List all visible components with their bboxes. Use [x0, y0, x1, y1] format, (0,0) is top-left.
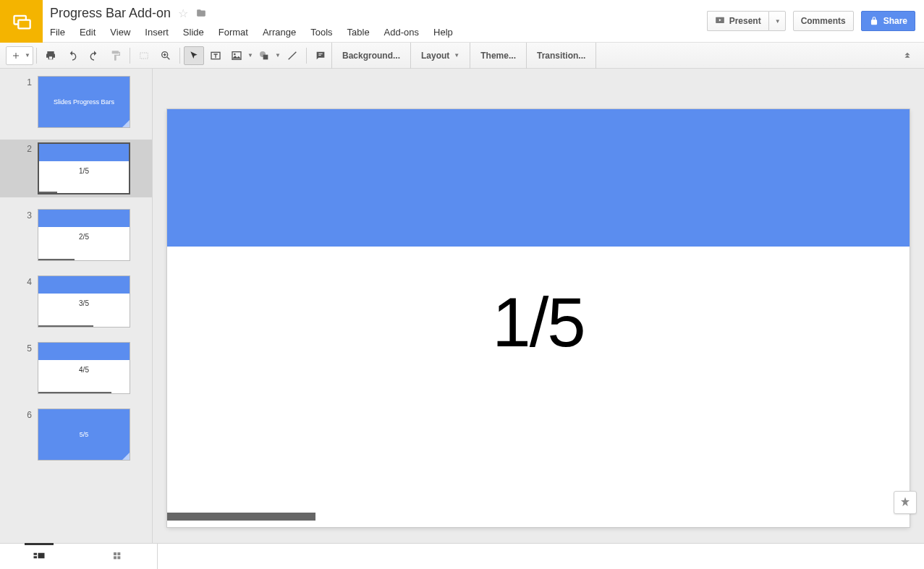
print-button[interactable]: [41, 46, 61, 65]
svg-rect-13: [114, 552, 116, 555]
image-tool[interactable]: [226, 46, 247, 65]
footer-view-toggle: [0, 544, 158, 569]
present-button[interactable]: Present: [707, 11, 768, 31]
layout-button[interactable]: Layout▼: [410, 43, 470, 69]
thumbnail-title: 5/5: [38, 409, 130, 460]
select-tool[interactable]: [184, 46, 204, 65]
comments-button[interactable]: Comments: [793, 11, 854, 31]
menu-tools[interactable]: Tools: [303, 24, 339, 40]
title-row: Progress Bar Add-on ☆: [48, 0, 707, 22]
thumbnail-row[interactable]: 43/5: [0, 273, 152, 330]
line-tool[interactable]: [282, 46, 302, 65]
plus-icon: [12, 51, 20, 60]
shape-combo: ▼: [254, 46, 281, 65]
background-button[interactable]: Background...: [331, 43, 410, 69]
thumbnail-row[interactable]: 1Slides Progress Bars: [0, 73, 152, 131]
collapse-toolbar-icon[interactable]: [902, 49, 918, 62]
folder-icon[interactable]: [195, 8, 207, 18]
thumbnail[interactable]: 2/5: [38, 209, 130, 261]
fit-button: [134, 46, 154, 65]
canvas-area[interactable]: 1/5: [153, 69, 924, 543]
textbox-icon: [210, 50, 221, 61]
menu-slide[interactable]: Slide: [176, 24, 211, 40]
shape-tool[interactable]: [254, 46, 274, 65]
svg-rect-9: [263, 54, 268, 59]
menu-view[interactable]: View: [103, 24, 137, 40]
present-options-caret[interactable]: ▼: [768, 11, 786, 31]
thumbnail-blue-band: [38, 343, 130, 360]
thumbnail-number: 2: [0, 142, 38, 154]
menu-bar: File Edit View Insert Slide Format Arran…: [48, 22, 707, 42]
thumbnail[interactable]: 3/5: [38, 275, 130, 328]
menu-table[interactable]: Table: [340, 24, 377, 40]
document-title[interactable]: Progress Bar Add-on: [48, 6, 171, 21]
menu-format[interactable]: Format: [211, 24, 255, 40]
comment-tool[interactable]: [310, 46, 331, 65]
transition-button[interactable]: Transition...: [526, 43, 596, 69]
undo-button[interactable]: [62, 46, 82, 65]
textbox-tool[interactable]: [205, 46, 226, 65]
separator: [130, 48, 130, 64]
print-icon: [45, 50, 56, 61]
line-icon: [287, 50, 298, 61]
thumbnail-row[interactable]: 65/5: [0, 406, 152, 463]
zoom-button[interactable]: [156, 46, 176, 65]
menu-insert[interactable]: Insert: [137, 24, 176, 40]
explore-button[interactable]: [894, 491, 917, 514]
svg-rect-12: [38, 552, 45, 558]
slide-canvas[interactable]: 1/5: [167, 109, 910, 527]
filmstrip-view-button[interactable]: [0, 544, 79, 569]
separator: [306, 48, 307, 64]
menu-edit[interactable]: Edit: [72, 24, 103, 40]
redo-button[interactable]: [84, 46, 104, 65]
svg-rect-16: [117, 556, 120, 559]
workspace: 1Slides Progress Bars21/532/543/554/565/…: [0, 69, 924, 543]
thumbnail[interactable]: 4/5: [38, 342, 130, 394]
new-slide-caret[interactable]: ▼: [24, 52, 31, 59]
thumbnail-text: 2/5: [38, 233, 130, 241]
paint-roller-icon: [110, 50, 122, 61]
image-icon: [231, 50, 242, 61]
theme-button[interactable]: Theme...: [470, 43, 526, 69]
thumbnail[interactable]: Slides Progress Bars: [38, 76, 130, 128]
image-combo: ▼: [226, 46, 254, 65]
star-icon[interactable]: ☆: [178, 7, 188, 20]
thumbnail-row[interactable]: 21/5: [0, 140, 152, 197]
new-slide-combo: ▼: [6, 46, 33, 65]
thumbnail-title: Slides Progress Bars: [38, 77, 130, 127]
new-slide-button[interactable]: [8, 46, 24, 65]
grid-icon: [112, 551, 124, 562]
image-caret[interactable]: ▼: [247, 52, 254, 59]
dogear-icon: [122, 453, 130, 460]
thumbnail-progress: [38, 259, 75, 260]
header-right: Present ▼ Comments Share: [707, 0, 924, 42]
slide-text: 1/5: [167, 283, 910, 362]
filmstrip-icon: [33, 552, 46, 562]
share-button[interactable]: Share: [861, 11, 915, 31]
undo-icon: [67, 50, 78, 61]
thumbnail-row[interactable]: 32/5: [0, 206, 152, 264]
menu-arrange[interactable]: Arrange: [255, 24, 303, 40]
svg-rect-1: [18, 20, 30, 28]
grid-view-button[interactable]: [79, 544, 158, 569]
zoom-icon: [160, 50, 171, 61]
slides-logo[interactable]: [0, 0, 43, 43]
menu-help[interactable]: Help: [426, 24, 460, 40]
shape-caret[interactable]: ▼: [274, 52, 281, 59]
svg-rect-3: [140, 53, 148, 59]
thumbnail[interactable]: 1/5: [38, 142, 130, 194]
menu-file[interactable]: File: [48, 24, 72, 40]
thumbnail-text: 3/5: [38, 299, 130, 307]
explore-icon: [899, 496, 912, 509]
paint-format-button: [106, 46, 126, 65]
menu-addons[interactable]: Add-ons: [377, 24, 426, 40]
thumbnail[interactable]: 5/5: [38, 408, 130, 461]
thumbnail-blue-band: [38, 210, 130, 227]
thumbnail-number: 4: [0, 275, 38, 287]
svg-rect-11: [34, 556, 38, 558]
progress-bar: [167, 513, 315, 521]
toolbar: ▼ ▼ ▼ Background... Layout▼ Theme... Tra…: [0, 43, 924, 69]
thumbnail-panel[interactable]: 1Slides Progress Bars21/532/543/554/565/…: [0, 69, 153, 543]
play-icon: [715, 16, 725, 26]
thumbnail-row[interactable]: 54/5: [0, 339, 152, 397]
